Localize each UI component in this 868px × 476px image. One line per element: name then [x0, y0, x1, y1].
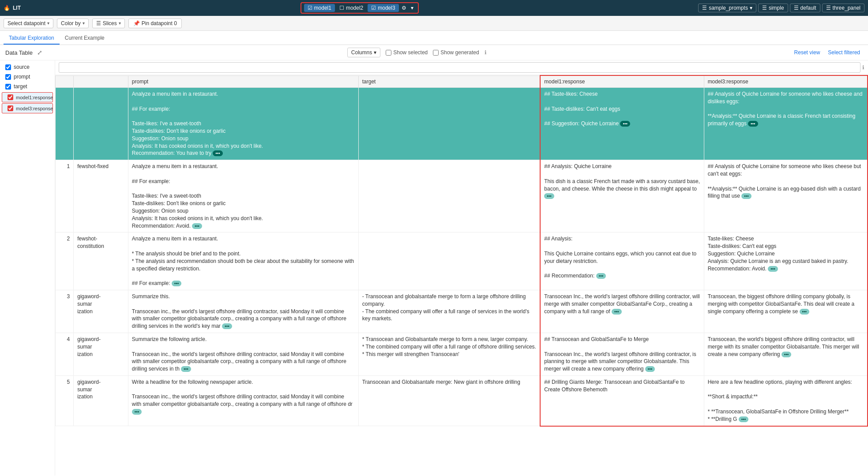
row-prompt: Summarize the following article. Transoc…: [128, 333, 358, 375]
tab-current-example[interactable]: Current Example: [60, 32, 110, 45]
row-target: - Transocean and globalsantafe merge to …: [358, 290, 540, 333]
reset-view-button[interactable]: Reset view: [792, 49, 823, 56]
row-source: [74, 88, 128, 160]
settings-icon: ⚙: [402, 5, 406, 11]
col-target-label: target: [14, 83, 27, 90]
table-row[interactable]: 2 fewshot-constitution Analyze a menu it…: [56, 232, 868, 290]
model2-button[interactable]: ☐ model2: [336, 4, 367, 12]
ellipsis-button[interactable]: •••: [596, 273, 606, 279]
col-model1response[interactable]: model1:response: [2, 92, 53, 102]
ellipsis-button[interactable]: •••: [181, 366, 191, 372]
ellipsis-button[interactable]: •••: [544, 193, 554, 199]
show-selected-text: Show selected: [393, 49, 428, 56]
info-icon: ℹ: [485, 49, 487, 56]
show-selected-label[interactable]: Show selected: [386, 49, 428, 56]
ellipsis-button[interactable]: •••: [741, 193, 752, 199]
model3-checkbox-icon: ☑: [371, 5, 376, 11]
row-num: 2: [56, 232, 74, 290]
ellipsis-button[interactable]: •••: [768, 266, 778, 272]
model3-button[interactable]: ☑ model3: [368, 4, 398, 12]
col-source[interactable]: source: [0, 62, 55, 72]
tab-tabular[interactable]: Tabular Exploration: [4, 32, 60, 45]
ellipsis-button[interactable]: •••: [739, 416, 749, 422]
ellipsis-button[interactable]: •••: [192, 223, 202, 229]
show-generated-text: Show generated: [440, 49, 479, 56]
show-generated-label[interactable]: Show generated: [433, 49, 479, 56]
col-model3-checkbox[interactable]: [8, 105, 13, 111]
search-input[interactable]: [59, 62, 860, 73]
row-model3: ## Analysis of Quiche Lorraine for someo…: [704, 160, 868, 232]
toolbar: Select datapoint ▾ Color by ▾ ☰ Slices ▾…: [0, 16, 868, 31]
pin-button[interactable]: 📌 Pin datapoint 0: [128, 19, 182, 28]
layout-icon: ☰: [794, 5, 799, 11]
ellipsis-button[interactable]: •••: [620, 121, 630, 127]
th-target: target: [358, 75, 540, 88]
layout-simple-button[interactable]: ☰ simple: [758, 4, 788, 12]
ellipsis-button[interactable]: •••: [172, 281, 182, 286]
table-body: Analyze a menu item in a restaurant. ## …: [56, 88, 868, 426]
table-row[interactable]: 3 gigaword-sumarization Summarize this. …: [56, 290, 868, 333]
columns-btn-label: Columns: [351, 49, 372, 56]
show-generated-checkbox[interactable]: [433, 50, 439, 56]
select-filtered-button[interactable]: Select filtered: [825, 49, 863, 56]
ellipsis-button[interactable]: •••: [612, 309, 622, 315]
settings-button[interactable]: ⚙: [400, 4, 408, 12]
row-prompt: Analyze a menu item in a restaurant. * T…: [128, 232, 358, 290]
pin-icon: 📌: [133, 20, 140, 26]
top-bar: 🔥 LIT ☑ model1 ☐ model2 ☑ model3 ⚙ ▾: [0, 0, 868, 16]
row-model3: Transocean, the biggest offshore drillin…: [704, 290, 868, 333]
layout-default-button[interactable]: ☰ default: [790, 4, 820, 12]
col-source-checkbox[interactable]: [5, 64, 11, 70]
ellipsis-button[interactable]: •••: [132, 409, 142, 415]
color-by-label: Color by: [61, 20, 81, 26]
col-target[interactable]: target: [0, 82, 55, 91]
columns-panel: source prompt target model1:response mod…: [0, 60, 55, 476]
th-model1: model1:response: [540, 75, 704, 88]
table-row[interactable]: Analyze a menu item in a restaurant. ## …: [56, 88, 868, 160]
layout-icon: ☰: [702, 5, 707, 11]
row-target: [358, 232, 540, 290]
layout-icon: ☰: [762, 5, 767, 11]
select-datapoint-button[interactable]: Select datapoint ▾: [4, 19, 53, 28]
ellipsis-button[interactable]: •••: [782, 352, 792, 357]
dropdown-icon: ▾: [750, 5, 752, 11]
color-by-button[interactable]: Color by ▾: [57, 19, 89, 28]
ellipsis-button[interactable]: •••: [645, 366, 655, 372]
layout-three-panel-button[interactable]: ☰ three_panel: [822, 4, 864, 12]
col-prompt-label: prompt: [14, 74, 30, 80]
row-prompt: Summarize this. Transocean inc., the wor…: [128, 290, 358, 333]
table-row[interactable]: 1 fewshot-fixed Analyze a menu item in a…: [56, 160, 868, 232]
row-model1: Transocean Inc., the world's largest off…: [540, 290, 704, 333]
row-model3: Transocean, the world's biggest offshore…: [704, 333, 868, 375]
col-prompt-checkbox[interactable]: [5, 74, 11, 80]
layout-sample-prompts-button[interactable]: ☰ sample_prompts ▾: [698, 4, 756, 12]
col-model3response[interactable]: model3:response: [2, 103, 53, 113]
slices-icon: ☰: [96, 20, 101, 26]
ellipsis-button[interactable]: •••: [222, 323, 232, 329]
col-prompt[interactable]: prompt: [0, 72, 55, 82]
col-model1-checkbox[interactable]: [8, 94, 13, 100]
ellipsis-button[interactable]: •••: [748, 121, 758, 127]
row-target: [358, 88, 540, 160]
data-table-title: Data Table: [5, 49, 33, 56]
model1-button[interactable]: ☑ model1: [304, 4, 335, 12]
flame-icon: 🔥: [4, 5, 10, 11]
expand-icon[interactable]: ⤢: [37, 49, 42, 56]
col-target-checkbox[interactable]: [5, 84, 11, 90]
row-model1: ## Transocean and GlobalSantaFe to Merge…: [540, 333, 704, 375]
select-datapoint-label: Select datapoint: [8, 20, 45, 26]
table-row[interactable]: 4 gigaword-sumarization Summarize the fo…: [56, 333, 868, 375]
row-num: [56, 88, 74, 160]
model-dropdown-button[interactable]: ▾: [409, 4, 415, 12]
ellipsis-button[interactable]: •••: [800, 309, 810, 315]
row-target: * Transocean and Globalsantafe merge to …: [358, 333, 540, 375]
columns-button[interactable]: Columns ▾: [347, 48, 380, 57]
th-source: [74, 75, 128, 88]
table-row[interactable]: 5 gigaword-sumarization Write a headline…: [56, 375, 868, 426]
ellipsis-button[interactable]: •••: [213, 150, 223, 156]
show-selected-checkbox[interactable]: [386, 50, 391, 56]
main-content: Data Table ⤢ Columns ▾ Show selected Sho…: [0, 45, 868, 476]
slices-button[interactable]: ☰ Slices ▾: [92, 19, 125, 28]
select-datapoint-arrow: ▾: [47, 21, 49, 26]
row-source: gigaword-sumarization: [74, 375, 128, 426]
